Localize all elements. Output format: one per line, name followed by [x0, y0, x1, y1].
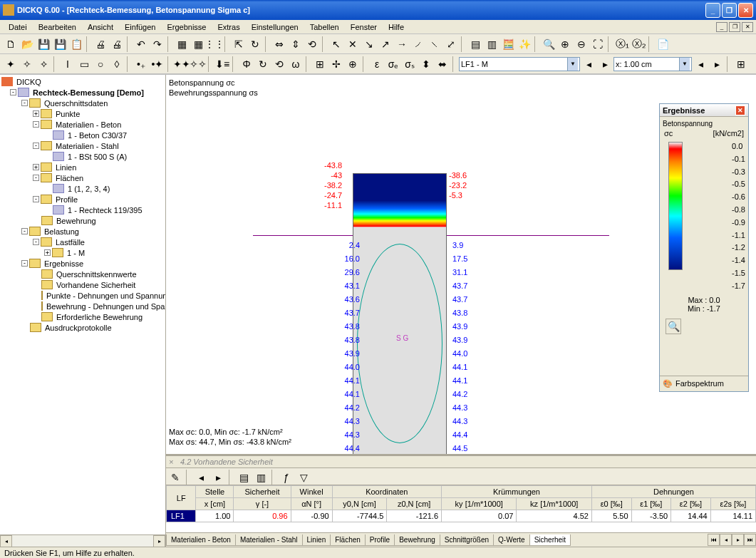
tree-linien[interactable]: Linien	[54, 163, 78, 172]
tree-rechteck[interactable]: 1 - Rechteck 119/395	[66, 206, 144, 215]
tab-first-icon[interactable]: ⏮	[708, 534, 720, 546]
m2-icon[interactable]: ⟲	[271, 56, 287, 72]
cell-ky[interactable]: 0.07	[442, 510, 517, 522]
tab-last-icon[interactable]: ⏭	[744, 534, 756, 546]
undo-icon[interactable]: ↶	[133, 36, 149, 52]
col-sicherheit[interactable]: Sicherheit	[234, 486, 291, 498]
stars2-icon[interactable]: ✧✧	[190, 56, 206, 72]
tree-sicherheit[interactable]: Vorhandene Sicherheit	[55, 281, 137, 289]
tree-qskennwerte[interactable]: Querschnittskennwerte	[55, 270, 138, 279]
tree-flaechen[interactable]: Flächen	[54, 174, 85, 182]
col-x[interactable]: x [cm]	[196, 498, 234, 510]
col-e2s[interactable]: ε2s [‰]	[710, 498, 755, 510]
tree-beton-c30[interactable]: 1 - Beton C30/37	[66, 131, 128, 140]
tree-project[interactable]: Rechteck-Bemessung [Demo]	[31, 88, 145, 97]
col-alpha[interactable]: αN [°]	[291, 498, 332, 510]
tree-bst500[interactable]: 1 - BSt 500 S (A)	[66, 153, 128, 161]
tool-4[interactable]: ⇕	[288, 36, 304, 52]
col-krumm[interactable]: Krümmungen	[442, 486, 592, 498]
menu-einfuegen[interactable]: Einfügen	[119, 21, 161, 33]
line-7[interactable]: ⟍	[427, 36, 442, 52]
snap-icon[interactable]: ⋮⋮	[207, 36, 222, 52]
col-kz[interactable]: kz [1/m*1000]	[517, 498, 591, 510]
delete-icon[interactable]: ▥	[253, 470, 269, 485]
col-e1[interactable]: ε1 [‰]	[631, 498, 671, 510]
maximize-button[interactable]: ❐	[722, 3, 737, 18]
sigma-icon[interactable]: σₑ	[385, 56, 401, 72]
menu-hilfe[interactable]: Hilfe	[383, 21, 410, 33]
col-e2[interactable]: ε2 [‰]	[671, 498, 711, 510]
tree-lf1[interactable]: 1 - M	[66, 249, 86, 257]
tree-belastung[interactable]: Belastung	[43, 227, 81, 236]
expand-icon[interactable]: -	[33, 239, 39, 245]
col-lf[interactable]: LF	[167, 486, 196, 510]
report-icon[interactable]: 📄	[655, 36, 670, 52]
menu-einstellungen[interactable]: Einstellungen	[246, 21, 304, 33]
line-4[interactable]: ↗	[378, 36, 393, 52]
target-icon[interactable]: ⊕	[345, 56, 361, 72]
star2-icon[interactable]: ✧	[19, 56, 35, 72]
tree-profile[interactable]: Profile	[54, 195, 79, 204]
print-preview-icon[interactable]: 🖨	[109, 36, 125, 52]
shape-icon[interactable]: ◊	[109, 56, 125, 72]
zoom-fit-icon[interactable]: 🔍	[541, 36, 556, 52]
tree-bew-dehn[interactable]: Bewehrung - Dehnungen und Spannungen	[45, 302, 165, 311]
tool-5[interactable]: ⟲	[304, 36, 320, 52]
expand-icon[interactable]: -	[33, 143, 39, 149]
tree-flaeche1[interactable]: 1 (1, 2, 3, 4)	[66, 185, 111, 193]
cell-e2s[interactable]: 14.11	[710, 510, 755, 522]
line-8[interactable]: ⤢	[443, 36, 459, 52]
phi-icon[interactable]: Φ	[239, 56, 254, 72]
rebar2-icon[interactable]: •✦	[150, 56, 165, 72]
expand-icon[interactable]: -	[21, 260, 28, 267]
col-koord[interactable]: Koordinaten	[332, 486, 441, 498]
stars-icon[interactable]: ✦✦	[174, 56, 190, 72]
expand-icon[interactable]: +	[33, 164, 39, 170]
sigma2-icon[interactable]: σₛ	[402, 56, 418, 72]
star3-icon[interactable]: ⟡	[36, 56, 51, 72]
next2-icon[interactable]: ▸	[709, 56, 725, 72]
scroll-left-icon[interactable]: ◂	[0, 535, 12, 547]
stress-icon[interactable]: ⬍	[418, 56, 434, 72]
star-icon[interactable]: ✦	[3, 56, 19, 72]
cell-kz[interactable]: 4.52	[517, 510, 591, 522]
tree-mat-beton[interactable]: Materialien - Beton	[54, 120, 123, 129]
menu-ansicht[interactable]: Ansicht	[82, 21, 119, 33]
graphics-view[interactable]: Betonspannung σc Bewehrungsspannung σs M…	[166, 75, 756, 454]
tree-lastfaelle[interactable]: Lastfälle	[54, 238, 86, 247]
omega-icon[interactable]: ω	[288, 56, 304, 72]
mdi-minimize[interactable]: _	[716, 22, 727, 32]
col-e0[interactable]: ε0 [‰]	[591, 498, 631, 510]
menu-datei[interactable]: Datei	[3, 21, 33, 33]
tab-mat-beton[interactable]: Materialien - Beton	[166, 534, 236, 546]
view4-icon[interactable]: ⊞	[733, 56, 749, 72]
axis-icon[interactable]: ✢	[328, 56, 344, 72]
cell-e2[interactable]: 14.44	[671, 510, 711, 522]
menu-ergebnisse[interactable]: Ergebnisse	[161, 21, 212, 33]
prev-icon[interactable]: ◂	[581, 56, 596, 72]
redo-icon[interactable]: ↷	[150, 36, 165, 52]
tab-sicherheit[interactable]: Sicherheit	[529, 534, 571, 546]
expand-icon[interactable]: -	[33, 175, 39, 181]
zoom-out-icon[interactable]: ⊖	[574, 36, 589, 52]
mdi-close[interactable]: ✕	[742, 22, 753, 32]
zoom-window-icon[interactable]: ⛶	[590, 36, 606, 52]
table2-icon[interactable]: ▥	[484, 36, 499, 52]
line-6[interactable]: ⟋	[410, 36, 426, 52]
insert-icon[interactable]: ▤	[236, 470, 252, 485]
wizard-icon[interactable]: ✨	[517, 36, 532, 52]
tree-ausdr[interactable]: Ausdruckprotokolle	[43, 324, 113, 332]
expand-icon[interactable]: +	[33, 110, 39, 117]
dropdown-icon[interactable]: ▼	[567, 58, 578, 71]
menu-fenster[interactable]: Fenster	[345, 21, 383, 33]
calc-icon[interactable]: 🧮	[500, 36, 516, 52]
col-gamma[interactable]: γ [-]	[234, 498, 291, 510]
new-icon[interactable]: 🗋	[3, 36, 19, 52]
cell-alpha[interactable]: -0.90	[291, 510, 332, 522]
rebar-icon[interactable]: •₊	[133, 56, 149, 72]
spectrum-label[interactable]: Farbspektrum	[675, 379, 724, 388]
filter-icon[interactable]: ▽	[296, 470, 311, 485]
zoom-legend-icon[interactable]: 🔍	[666, 319, 681, 334]
cell-z0[interactable]: -121.6	[387, 510, 442, 522]
scroll-right-icon[interactable]: ▸	[153, 535, 165, 547]
